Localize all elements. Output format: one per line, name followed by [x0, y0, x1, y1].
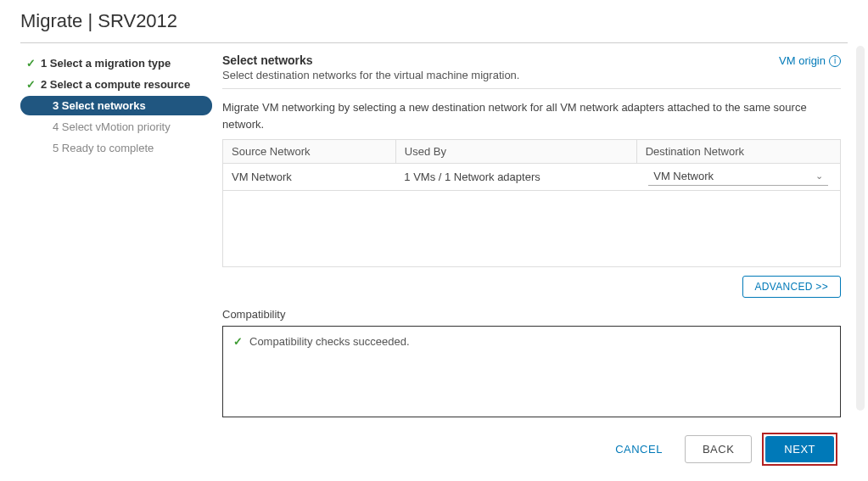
check-icon: ✓	[25, 78, 36, 91]
advanced-button[interactable]: ADVANCED >>	[742, 276, 841, 298]
wizard-step-label: 1 Select a migration type	[41, 57, 171, 70]
destination-value: VM Network	[653, 170, 714, 182]
col-used-by[interactable]: Used By	[395, 140, 636, 164]
wizard-step-ready-complete: ✓ 5 Ready to complete	[20, 138, 212, 158]
wizard-step-label: 4 Select vMotion priority	[53, 120, 171, 133]
wizard-step-compute-resource[interactable]: ✓ 2 Select a compute resource	[20, 75, 212, 94]
compatibility-status: Compatibility checks succeeded.	[249, 335, 410, 348]
chevron-down-icon: ⌄	[815, 171, 823, 182]
compatibility-label: Compatibility	[222, 308, 841, 321]
vm-origin-link[interactable]: VM origin i	[779, 54, 841, 67]
dialog-footer: CANCEL BACK NEXT	[222, 417, 841, 469]
check-icon: ✓	[233, 335, 243, 348]
wizard-step-vmotion-priority: ✓ 4 Select vMotion priority	[20, 117, 212, 137]
networks-table: Source Network Used By Destination Netwo…	[222, 139, 841, 191]
section-title: Select networks	[222, 53, 313, 67]
cancel-button[interactable]: CANCEL	[603, 436, 675, 462]
compatibility-box: ✓ Compatibility checks succeeded.	[222, 326, 841, 417]
section-subtext: Select destination networks for the virt…	[222, 69, 841, 81]
check-icon: ✓	[25, 57, 36, 70]
destination-network-select[interactable]: VM Network ⌄	[648, 168, 828, 186]
wizard-step-migration-type[interactable]: ✓ 1 Select a migration type	[20, 53, 212, 73]
col-source-network[interactable]: Source Network	[223, 140, 396, 164]
next-button-highlight: NEXT	[762, 433, 837, 466]
next-button[interactable]: NEXT	[765, 436, 834, 462]
col-destination-network[interactable]: Destination Network	[636, 140, 840, 164]
vm-origin-label: VM origin	[779, 54, 826, 67]
info-icon[interactable]: i	[829, 55, 841, 67]
cell-source: VM Network	[223, 164, 396, 191]
wizard-step-label: 5 Ready to complete	[53, 142, 154, 154]
wizard-steps: ✓ 1 Select a migration type ✓ 2 Select a…	[20, 53, 212, 469]
wizard-step-select-networks[interactable]: ✓ 3 Select networks	[20, 96, 212, 115]
cell-used-by: 1 VMs / 1 Network adapters	[395, 164, 636, 191]
dialog-title: Migrate | SRV2012	[20, 7, 848, 43]
table-row[interactable]: VM Network 1 VMs / 1 Network adapters VM…	[223, 164, 841, 191]
wizard-step-label: 3 Select networks	[53, 99, 146, 112]
table-empty-area	[222, 191, 841, 267]
section-description: Migrate VM networking by selecting a new…	[222, 99, 841, 132]
scrollbar[interactable]	[856, 46, 865, 411]
back-button[interactable]: BACK	[685, 435, 752, 463]
wizard-step-label: 2 Select a compute resource	[41, 78, 190, 91]
